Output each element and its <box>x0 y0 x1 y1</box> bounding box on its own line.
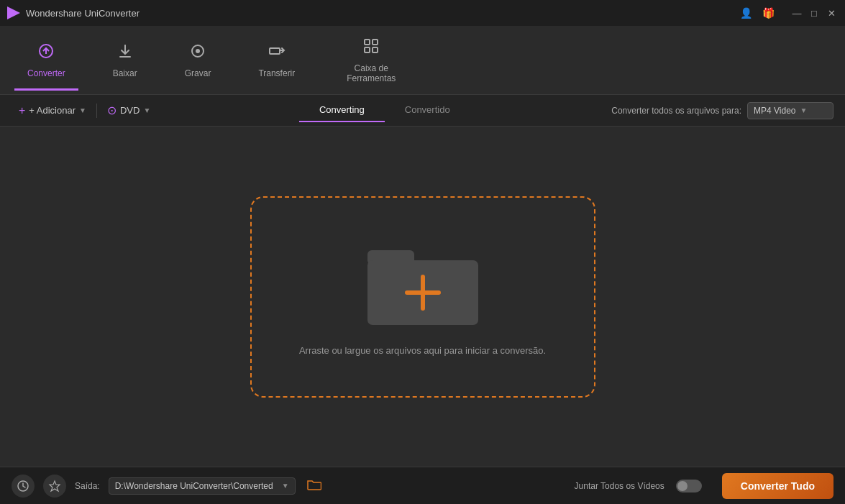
boost-button[interactable] <box>43 475 66 498</box>
convert-all-label: Converter todos os arquivos para: <box>611 106 741 116</box>
convert-all-button[interactable]: Converter Tudo <box>722 473 833 499</box>
format-dropdown[interactable]: MP4 Video ▼ <box>747 102 833 119</box>
nav-item-ferramentas[interactable]: Caixa de Ferramentas <box>329 32 413 89</box>
svg-marker-0 <box>7 6 20 19</box>
app-logo <box>7 6 20 19</box>
dvd-label: DVD <box>120 105 140 116</box>
schedule-button[interactable] <box>12 475 35 498</box>
folder-icon <box>362 237 484 331</box>
boost-icon <box>48 480 61 492</box>
gravar-icon <box>189 42 206 64</box>
path-dropdown-arrow: ▼ <box>282 482 289 490</box>
bottombar: Saída: D:\Wondershare UniConverter\Conve… <box>0 467 845 504</box>
add-label: + Adicionar <box>29 105 76 116</box>
nav-label-transferir: Transferir <box>258 68 295 78</box>
convert-all-selector: Converter todos os arquivos para: MP4 Vi… <box>611 102 833 119</box>
dvd-button[interactable]: ⊙ DVD ▼ <box>100 99 157 122</box>
account-icon[interactable]: 👤 <box>740 7 752 19</box>
nav-label-baixar: Baixar <box>113 68 137 78</box>
merge-label: Juntar Todos os Vídeos <box>575 481 664 491</box>
transferir-icon <box>268 42 286 64</box>
minimize-button[interactable]: — <box>790 6 803 19</box>
add-button[interactable]: + + Adicionar ▼ <box>12 100 93 122</box>
clock-icon <box>17 480 29 492</box>
dropzone-text: Arraste ou largue os arquivos aqui para … <box>299 345 546 356</box>
tabs: Converting Convertido <box>157 98 611 122</box>
maximize-button[interactable]: □ <box>808 6 821 19</box>
nav-item-converter[interactable]: Converter <box>14 37 78 84</box>
svg-rect-7 <box>373 40 378 45</box>
main-area: Arraste ou largue os arquivos aqui para … <box>0 127 845 467</box>
svg-rect-9 <box>373 47 378 52</box>
nav-item-transferir[interactable]: Transferir <box>245 37 308 84</box>
toggle-knob <box>677 481 688 491</box>
app-title: Wondershare UniConverter <box>26 8 140 19</box>
nav-item-gravar[interactable]: Gravar <box>172 37 224 84</box>
open-folder-button[interactable] <box>307 478 321 494</box>
toolbar-sep-1 <box>96 104 97 118</box>
window-controls: — □ ✕ <box>790 6 838 19</box>
svg-point-4 <box>196 49 200 53</box>
titlebar-right: 👤 🎁 — □ ✕ <box>740 6 838 19</box>
tab-converting[interactable]: Converting <box>299 98 385 122</box>
folder-icon-container <box>362 237 484 331</box>
dropzone[interactable]: Arraste ou largue os arquivos aqui para … <box>250 196 595 398</box>
close-button[interactable]: ✕ <box>825 6 838 19</box>
output-path: D:\Wondershare UniConverter\Converted <box>115 481 278 491</box>
svg-rect-5 <box>270 48 280 54</box>
merge-toggle[interactable] <box>676 480 702 492</box>
navbar: Converter Baixar Gravar Transferir <box>0 26 845 95</box>
converter-icon <box>37 42 55 64</box>
folder-open-icon <box>307 478 321 491</box>
ferramentas-icon <box>362 37 380 59</box>
nav-label-gravar: Gravar <box>185 68 211 78</box>
format-value: MP4 Video <box>754 106 795 116</box>
gift-icon[interactable]: 🎁 <box>762 7 775 19</box>
tab-convertido[interactable]: Convertido <box>385 98 470 122</box>
titlebar: Wondershare UniConverter 👤 🎁 — □ ✕ <box>0 0 845 26</box>
output-path-box[interactable]: D:\Wondershare UniConverter\Converted ▼ <box>109 477 296 495</box>
format-dropdown-arrow: ▼ <box>800 106 807 114</box>
dvd-dropdown-arrow[interactable]: ▼ <box>143 106 150 114</box>
output-label: Saída: <box>75 481 100 491</box>
nav-item-baixar[interactable]: Baixar <box>100 37 150 84</box>
titlebar-left: Wondershare UniConverter <box>7 6 140 19</box>
dvd-icon: ⊙ <box>107 104 117 117</box>
add-dropdown-arrow[interactable]: ▼ <box>79 106 86 114</box>
svg-rect-6 <box>365 40 370 45</box>
svg-rect-8 <box>365 47 370 52</box>
toolbar: + + Adicionar ▼ ⊙ DVD ▼ Converting Conve… <box>0 95 845 127</box>
nav-label-ferramentas: Caixa de Ferramentas <box>342 63 400 83</box>
baixar-icon <box>117 42 134 64</box>
nav-label-converter: Converter <box>27 68 65 78</box>
add-icon: + <box>19 104 25 117</box>
